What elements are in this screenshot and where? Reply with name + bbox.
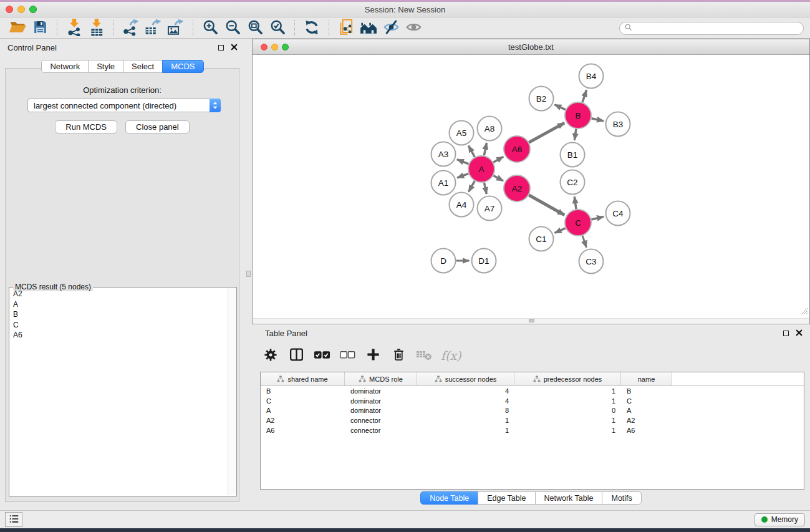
- float-table-panel-icon[interactable]: [783, 331, 789, 336]
- float-panel-icon[interactable]: [218, 45, 224, 51]
- table-tab-edge-table[interactable]: Edge Table: [478, 491, 535, 505]
- export-image-button[interactable]: [165, 19, 187, 37]
- search-input[interactable]: [635, 24, 799, 32]
- table-cell[interactable]: dominator: [345, 407, 417, 414]
- task-history-button[interactable]: [5, 512, 22, 527]
- network-graph[interactable]: B4B2BB3A8A5A6A3B1AA1C2A2A4A7C4CC1C3DD1: [253, 56, 809, 318]
- zoom-fit-button[interactable]: [244, 19, 266, 37]
- table-cell[interactable]: A6: [621, 427, 672, 434]
- table-tab-motifs[interactable]: Motifs: [602, 491, 641, 505]
- result-scrollbar[interactable]: [228, 288, 236, 495]
- table-cell[interactable]: dominator: [345, 397, 417, 405]
- tab-network[interactable]: Network: [41, 60, 89, 73]
- graph-edge-A2-C[interactable]: [529, 195, 564, 215]
- table-cell[interactable]: 4: [417, 397, 514, 405]
- table-cell[interactable]: A2: [261, 417, 345, 424]
- table-cell[interactable]: 1: [514, 387, 621, 395]
- graph-edge-B-B1[interactable]: [574, 129, 576, 140]
- table-cell[interactable]: 8: [417, 407, 514, 414]
- graph-edge-C-C4[interactable]: [591, 216, 604, 220]
- table-row[interactable]: Adominator80A: [261, 406, 804, 416]
- function-builder-button[interactable]: f(x): [440, 349, 461, 362]
- open-session-button[interactable]: [6, 19, 29, 37]
- network-window-titlebar[interactable]: testGlobe.txt: [253, 39, 809, 55]
- add-column-button[interactable]: [363, 346, 383, 365]
- table-row[interactable]: A2connector11A2: [261, 415, 804, 425]
- graph-edge-A-A4[interactable]: [469, 181, 475, 191]
- minimize-window-button[interactable]: [17, 6, 25, 13]
- zoom-in-button[interactable]: [199, 19, 221, 37]
- uncheck-all-columns-button[interactable]: [337, 346, 357, 365]
- resize-grip-icon[interactable]: [801, 306, 808, 317]
- hide-selected-button[interactable]: [380, 19, 402, 37]
- close-panel-button[interactable]: Close panel: [125, 120, 190, 133]
- close-window-button[interactable]: [6, 6, 13, 13]
- graph-edge-A-A6[interactable]: [493, 157, 503, 162]
- column-header-MCDS-role[interactable]: MCDS role: [345, 372, 417, 385]
- column-header-shared-name[interactable]: shared name: [261, 372, 345, 385]
- table-cell[interactable]: 1: [514, 427, 621, 434]
- table-cell[interactable]: A: [261, 407, 345, 414]
- graph-edge-A6-B[interactable]: [529, 123, 564, 142]
- table-cell[interactable]: connector: [345, 417, 417, 424]
- table-row[interactable]: Cdominator41C: [261, 396, 804, 406]
- table-cell[interactable]: 1: [514, 417, 621, 424]
- table-cell[interactable]: 4: [417, 387, 514, 395]
- table-cell[interactable]: C: [621, 397, 672, 405]
- graph-edge-C-C3[interactable]: [582, 236, 586, 248]
- graph-edge-A-A1[interactable]: [457, 173, 468, 178]
- table-cell[interactable]: 1: [417, 417, 514, 424]
- table-cell[interactable]: A2: [621, 417, 672, 424]
- export-table-button[interactable]: [142, 19, 165, 37]
- tab-select[interactable]: Select: [123, 60, 163, 73]
- new-network-from-selection-button[interactable]: [335, 19, 357, 37]
- table-row[interactable]: Bdominator41B: [261, 386, 804, 396]
- table-cell[interactable]: A6: [261, 427, 345, 434]
- network-canvas[interactable]: B4B2BB3A8A5A6A3B1AA1C2A2A4A7C4CC1C3DD1: [253, 56, 809, 318]
- maximize-window-button[interactable]: [29, 6, 37, 13]
- table-mode-button[interactable]: [261, 346, 281, 365]
- memory-button[interactable]: Memory: [755, 513, 805, 526]
- close-table-panel-icon[interactable]: [796, 329, 803, 338]
- close-panel-icon[interactable]: [231, 43, 238, 52]
- network-hscrollbar[interactable]: [253, 318, 809, 323]
- close-network-window-button[interactable]: [261, 44, 268, 51]
- delete-column-button[interactable]: [388, 346, 408, 365]
- graph-edge-C-C1[interactable]: [555, 228, 566, 233]
- hscroll-thumb[interactable]: [529, 319, 534, 322]
- table-cell[interactable]: 1: [514, 397, 621, 405]
- maximize-network-window-button[interactable]: [282, 44, 289, 51]
- minimize-network-window-button[interactable]: [271, 44, 278, 51]
- apply-layout-button[interactable]: [301, 19, 323, 37]
- graph-edge-A-A2[interactable]: [493, 176, 503, 181]
- table-cell[interactable]: dominator: [345, 387, 417, 395]
- delete-table-button[interactable]: [414, 346, 434, 365]
- split-divider-handle[interactable]: [246, 271, 251, 277]
- mcds-result-item[interactable]: A6: [11, 330, 227, 341]
- table-row[interactable]: A6connector11A6: [261, 425, 804, 435]
- mcds-result-item[interactable]: C: [11, 320, 227, 331]
- zoom-out-button[interactable]: [221, 19, 244, 37]
- table-cell[interactable]: C: [261, 397, 345, 405]
- graph-edge-B-B4[interactable]: [582, 90, 587, 102]
- criterion-select[interactable]: largest connected component (directed): [27, 99, 221, 112]
- ndex-button[interactable]: [357, 19, 380, 37]
- column-header-predecessor-nodes[interactable]: predecessor nodes: [514, 372, 621, 385]
- table-cell[interactable]: B: [621, 387, 672, 395]
- mcds-result-item[interactable]: B: [11, 309, 227, 320]
- import-table-button[interactable]: [85, 19, 108, 37]
- graph-edge-B-B3[interactable]: [591, 118, 604, 121]
- table-tab-node-table[interactable]: Node Table: [420, 491, 478, 505]
- search-field[interactable]: [619, 22, 804, 35]
- table-cell[interactable]: 1: [417, 427, 514, 434]
- run-mcds-button[interactable]: Run MCDS: [55, 120, 117, 133]
- column-header-name[interactable]: name: [621, 372, 672, 385]
- graph-edge-B-B2[interactable]: [554, 105, 566, 110]
- column-header-successor-nodes[interactable]: successor nodes: [417, 372, 514, 385]
- import-network-button[interactable]: [63, 19, 85, 37]
- export-network-button[interactable]: [120, 19, 142, 37]
- table-cell[interactable]: connector: [345, 427, 417, 434]
- table-cell[interactable]: B: [261, 387, 345, 395]
- check-all-columns-button[interactable]: [312, 346, 332, 365]
- mcds-result-item[interactable]: A2: [11, 289, 227, 299]
